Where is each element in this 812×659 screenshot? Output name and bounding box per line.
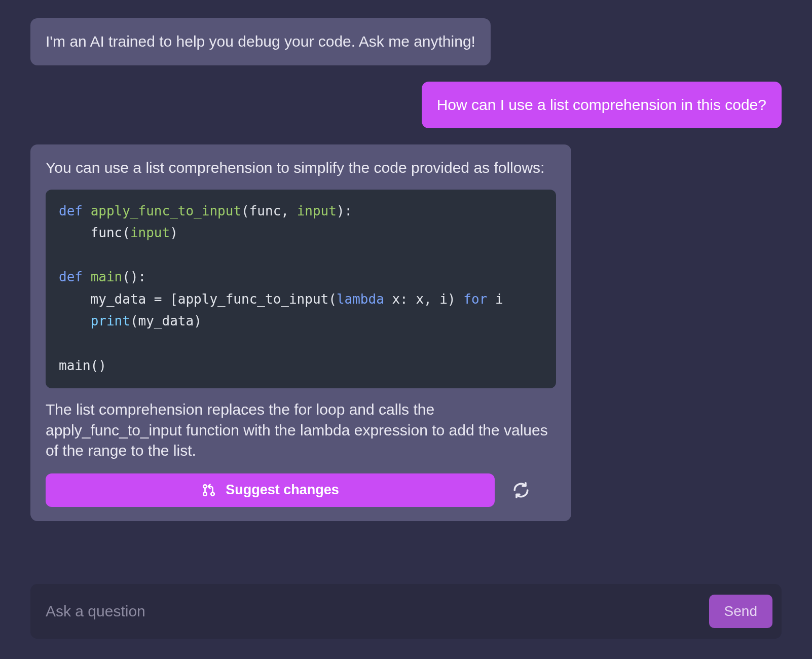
code-content: def apply_func_to_input(func, input): fu… bbox=[59, 203, 503, 373]
assistant-message: You can use a list comprehension to simp… bbox=[30, 144, 571, 521]
message-intro: You can use a list comprehension to simp… bbox=[46, 158, 556, 178]
message-text: How can I use a list comprehension in th… bbox=[437, 96, 766, 113]
refresh-icon bbox=[512, 481, 530, 499]
composer-input[interactable] bbox=[46, 603, 699, 620]
assistant-message: I'm an AI trained to help you debug your… bbox=[30, 18, 491, 65]
composer: Send bbox=[30, 584, 782, 639]
send-button[interactable]: Send bbox=[709, 595, 772, 628]
suggest-changes-label: Suggest changes bbox=[226, 482, 339, 498]
chat-message-list: I'm an AI trained to help you debug your… bbox=[30, 18, 782, 548]
code-block[interactable]: def apply_func_to_input(func, input): fu… bbox=[46, 190, 556, 389]
message-actions: Suggest changes bbox=[46, 473, 556, 507]
send-label: Send bbox=[724, 603, 757, 619]
user-message: How can I use a list comprehension in th… bbox=[422, 82, 782, 129]
suggest-changes-button[interactable]: Suggest changes bbox=[46, 473, 495, 507]
regenerate-button[interactable] bbox=[509, 478, 533, 502]
message-outro: The list comprehension replaces the for … bbox=[46, 399, 556, 461]
pull-request-icon bbox=[201, 483, 216, 498]
message-text: I'm an AI trained to help you debug your… bbox=[46, 33, 475, 50]
